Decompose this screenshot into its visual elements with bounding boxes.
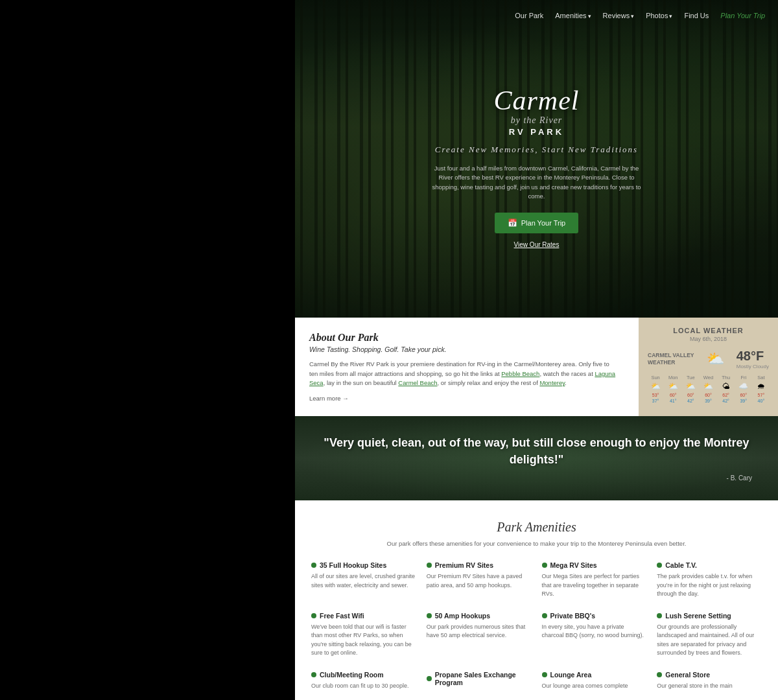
amenity-title-row: 35 Full Hookup Sites <box>311 561 416 569</box>
amenity-title-row: Club/Meeting Room <box>311 671 416 679</box>
quote-attribution: - B. Cary <box>321 474 752 482</box>
hero-title-rv: RV PARK <box>427 127 647 137</box>
amenity-title-row: Private BBQ's <box>542 612 647 620</box>
forecast-temps: 60°42° <box>683 392 698 404</box>
amenity-title-row: Free Fast Wifi <box>311 612 416 620</box>
forecast-label: Fri <box>736 375 751 380</box>
amenity-dot <box>657 613 662 618</box>
amenity-title-text: 50 Amp Hookups <box>435 612 490 620</box>
about-text-2: , watch the races at <box>539 370 595 377</box>
amenity-dot <box>311 563 316 568</box>
hero-content: Carmel by the River RV PARK Create New M… <box>427 86 647 248</box>
forecast-icon: 🌤 <box>718 382 734 391</box>
amenity-title-text: Mega RV Sites <box>550 561 597 569</box>
amenity-dot <box>427 563 432 568</box>
nav-plan-trip[interactable]: Plan Your Trip <box>720 12 765 19</box>
carmel-beach-link[interactable]: Carmel Beach <box>398 379 437 386</box>
weather-condition: Mostly Cloudy <box>737 364 769 369</box>
nav-amenities[interactable]: Amenities▾ <box>555 12 591 19</box>
amenity-item: Propane Sales Exchange Program <box>427 671 532 691</box>
amenity-dot <box>542 563 547 568</box>
amenity-title-text: Private BBQ's <box>550 612 596 620</box>
amenity-description: Our lounge area comes complete <box>542 682 647 691</box>
calendar-icon: 📅 <box>508 218 517 228</box>
amenity-description: Our club room can fit up to 30 people. <box>311 682 416 691</box>
amenity-dot <box>311 613 316 618</box>
amenity-title-row: Premium RV Sites <box>427 561 532 569</box>
weather-main: CARMEL VALLEYWEATHER ⛅ 48°F Mostly Cloud… <box>648 349 769 369</box>
amenity-title-text: Club/Meeting Room <box>320 671 384 679</box>
about-subtitle: Wine Tasting. Shopping. Golf. Take your … <box>309 345 619 353</box>
forecast-label: Sun <box>648 375 663 380</box>
nav-reviews[interactable]: Reviews▾ <box>603 12 635 19</box>
forecast-day-sat: Sat 🌧 57°40° <box>753 375 769 404</box>
monterey-link[interactable]: Monterey <box>539 379 565 386</box>
amenity-title-row: 50 Amp Hookups <box>427 612 532 620</box>
hero-nav: Our Park Amenities▾ Reviews▾ Photos▾ Fin… <box>295 6 778 25</box>
amenity-dot <box>427 676 432 681</box>
amenity-dot <box>657 672 662 677</box>
forecast-temps: 53°37° <box>648 392 663 404</box>
amenity-dot <box>311 672 316 677</box>
about-text-4: , or simply relax and enjoy the rest of <box>438 379 540 386</box>
plan-trip-button[interactable]: 📅 Plan Your Trip <box>495 213 579 233</box>
forecast-icon: ⛅ <box>683 382 698 391</box>
forecast-label: Tue <box>683 375 698 380</box>
amenity-description: Our park provides numerous sites that ha… <box>427 623 532 640</box>
amenities-section: Park Amenities Our park offers these ame… <box>295 500 778 700</box>
forecast-day-fri: Fri ☁️ 60°39° <box>736 375 751 404</box>
forecast-label: Sat <box>753 375 769 380</box>
amenity-title-row: Lush Serene Setting <box>657 612 762 620</box>
hero-desc: Just four and a half miles from downtown… <box>427 164 647 201</box>
hero-section: Our Park Amenities▾ Reviews▾ Photos▾ Fin… <box>295 0 778 318</box>
amenity-item: Private BBQ's In every site, you have a … <box>542 612 647 658</box>
amenity-description: All of our sites are level, crushed gran… <box>311 572 416 590</box>
amenity-item: Lush Serene Setting Our grounds are prof… <box>657 612 762 658</box>
weather-forecast: Sun ⛅ 53°37° Mon ⛅ 60°41° Tue ⛅ 60°42° W… <box>648 375 769 404</box>
hero-title-sub: by the River <box>427 115 647 126</box>
weather-icon-main: ⛅ <box>707 351 724 368</box>
weather-widget: LOCAL WEATHER May 6th, 2018 CARMEL VALLE… <box>639 318 778 416</box>
amenity-description: Our general store in the main <box>657 682 762 691</box>
amenity-title-row: Lounge Area <box>542 671 647 679</box>
main-content: Our Park Amenities▾ Reviews▾ Photos▾ Fin… <box>295 0 778 700</box>
view-rates-link[interactable]: View Our Rates <box>427 241 647 248</box>
forecast-icon: 🌧 <box>753 382 769 391</box>
amenities-desc: Our park offers these amenities for your… <box>311 540 762 547</box>
amenity-item: Premium RV Sites Our Premium RV Sites ha… <box>427 561 532 599</box>
about-body: Carmel By the River RV Park is your prem… <box>309 360 619 388</box>
learn-more-link[interactable]: Learn more → <box>309 395 619 402</box>
amenities-grid: 35 Full Hookup Sites All of our sites ar… <box>311 561 762 690</box>
pebble-beach-link[interactable]: Pebble Beach <box>501 370 539 377</box>
amenity-title-row: Mega RV Sites <box>542 561 647 569</box>
amenity-item: 50 Amp Hookups Our park provides numerou… <box>427 612 532 658</box>
forecast-icon: ⛅ <box>665 382 681 391</box>
left-black-panel <box>0 0 295 700</box>
about-text-5: . <box>565 379 567 386</box>
weather-location: CARMEL VALLEYWEATHER <box>648 352 694 366</box>
forecast-day-wed: Wed ⛅ 60°39° <box>700 375 716 404</box>
amenity-description: The park provides cable t.v. for when yo… <box>657 572 762 599</box>
forecast-day-thu: Thu 🌤 62°42° <box>718 375 734 404</box>
quote-section: "Very quiet, clean, out of the way, but … <box>295 416 778 500</box>
amenity-dot <box>542 672 547 677</box>
amenity-title-text: Free Fast Wifi <box>320 612 364 620</box>
weather-temp: 48°F <box>737 349 769 364</box>
weather-date: May 6th, 2018 <box>648 336 769 342</box>
amenity-title-text: General Store <box>665 671 710 679</box>
nav-our-park[interactable]: Our Park <box>515 12 543 19</box>
amenity-item: Free Fast Wifi We've been told that our … <box>311 612 416 658</box>
forecast-temps: 60°41° <box>665 392 681 404</box>
forecast-temps: 62°42° <box>718 392 734 404</box>
nav-photos[interactable]: Photos▾ <box>646 12 672 19</box>
amenity-title-text: Cable T.V. <box>665 561 697 569</box>
amenity-description: Our grounds are professionally landscape… <box>657 623 762 658</box>
forecast-icon: ⛅ <box>700 382 716 391</box>
about-title: About Our Park <box>309 332 619 344</box>
forecast-day-mon: Mon ⛅ 60°41° <box>665 375 681 404</box>
amenity-item: 35 Full Hookup Sites All of our sites ar… <box>311 561 416 599</box>
forecast-temps: 57°40° <box>753 392 769 404</box>
forecast-temps: 60°39° <box>736 392 751 404</box>
nav-find-us[interactable]: Find Us <box>684 12 709 19</box>
forecast-icon: ⛅ <box>648 382 663 391</box>
